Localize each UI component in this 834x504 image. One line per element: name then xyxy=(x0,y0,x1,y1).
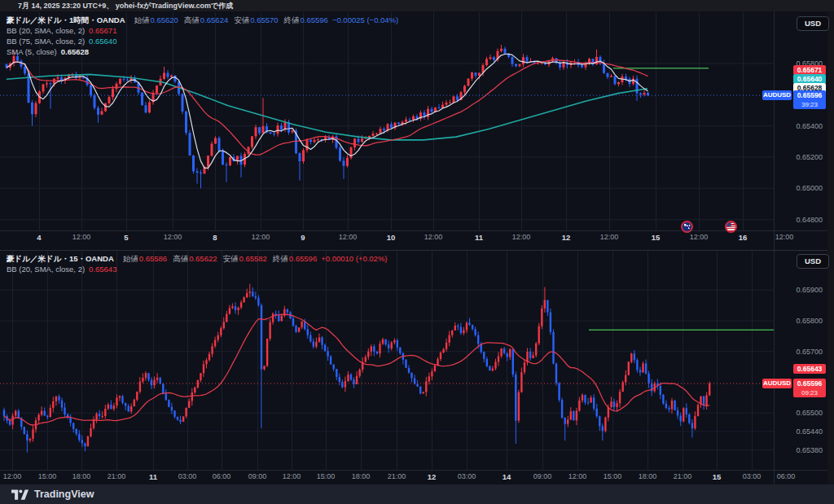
time-axis-label: 12:00 xyxy=(690,233,709,242)
time-axis-label: 15:00 xyxy=(604,472,622,481)
price-tick-label: 0.65500 xyxy=(775,409,823,417)
event-flag-au-icon[interactable] xyxy=(681,221,693,233)
indicator-value: 0.65640 xyxy=(89,37,116,46)
event-flag-us-icon[interactable] xyxy=(725,221,737,233)
change-value: +0.00010 (+0.02%) xyxy=(321,254,387,263)
time-axis-label: 03:00 xyxy=(743,472,762,481)
indicator-label: SMA (5, close) xyxy=(7,47,57,56)
indicator-value: 0.65671 xyxy=(89,26,116,35)
time-axis-label: 12 xyxy=(562,233,571,242)
price-tick-label: 0.65700 xyxy=(775,348,823,356)
price-tick-label: 0.65380 xyxy=(775,446,823,454)
time-axis-label: 12:00 xyxy=(775,233,794,242)
price-axis-border xyxy=(774,11,775,484)
symbol-price-badge: AUDUSD xyxy=(762,90,792,100)
price-axis-badge: 0.6559639:23 xyxy=(793,90,826,109)
currency-button-panel1[interactable]: USD xyxy=(797,16,829,31)
panel2-axis-border xyxy=(0,470,827,471)
symbol-info-row: 豪ドル／米ドル・15・OANDA始値0.65586高値0.65622安値0.65… xyxy=(7,253,388,264)
panel-separator[interactable] xyxy=(0,250,827,251)
indicator-row: BB (20, SMA, close, 2)0.65671 xyxy=(7,25,398,36)
currency-button-panel2[interactable]: USD xyxy=(797,254,829,269)
time-axis-label: 9 xyxy=(301,233,305,242)
time-axis-label: 03:00 xyxy=(458,472,476,481)
currency-label: USD xyxy=(805,256,821,265)
candle-countdown: 09:23 xyxy=(793,388,826,397)
time-axis-label: 12:00 xyxy=(252,233,270,242)
indicator-row: BB (75, SMA, close, 2)0.65640 xyxy=(7,36,398,46)
time-axis-label: 12:00 xyxy=(568,472,587,481)
price-tick-label: 0.65200 xyxy=(775,153,823,161)
ohlc-value: 0.65620 xyxy=(151,15,178,24)
time-axis-label: 06:00 xyxy=(777,472,796,481)
price-tick-label: 0.65440 xyxy=(775,427,823,436)
time-axis-label: 11 xyxy=(149,472,157,481)
ohlc-label: 終値 xyxy=(284,15,300,24)
time-axis-label: 16 xyxy=(739,233,748,242)
ohlc-value: 0.65596 xyxy=(289,254,317,263)
panel1-axis-border xyxy=(0,230,827,231)
indicator-label: BB (20, SMA, close, 2) xyxy=(7,26,85,35)
panel2-legend: 豪ドル／米ドル・15・OANDA始値0.65586高値0.65622安値0.65… xyxy=(7,253,388,274)
chart-canvas xyxy=(0,11,834,484)
time-axis-label: 09:00 xyxy=(248,472,267,481)
ohlc-value: 0.65586 xyxy=(139,254,167,263)
time-axis-label: 18:00 xyxy=(72,472,91,481)
price-axis-badge: 0.65643 xyxy=(793,364,826,374)
time-axis-label: 12:00 xyxy=(339,233,358,242)
time-axis-label: 12:00 xyxy=(600,233,619,242)
indicator-label: BB (20, SMA, close, 2) xyxy=(7,265,85,274)
ohlc-value: 0.65582 xyxy=(239,254,266,263)
time-axis-label: 8 xyxy=(213,233,217,242)
price-tick-label: 0.65400 xyxy=(775,122,823,130)
tradingview-wordmark[interactable]: TradingView xyxy=(34,489,94,500)
tradingview-logo-icon[interactable] xyxy=(11,489,29,500)
symbol-title: 豪ドル／米ドル・15・OANDA xyxy=(7,254,114,263)
symbol-price-badge: AUDUSD xyxy=(762,379,792,388)
time-axis-label: 21:00 xyxy=(674,472,692,481)
time-axis-label: 09:00 xyxy=(533,472,552,481)
footer-bar: TradingView xyxy=(0,484,834,504)
time-axis-label: 4 xyxy=(37,233,41,242)
time-axis-label: 15 xyxy=(652,233,661,242)
price-tick-label: 0.65900 xyxy=(775,286,823,294)
time-axis-label: 12:00 xyxy=(512,233,531,242)
price-tick-label: 0.65800 xyxy=(775,317,823,325)
ohlc-label: 始値 xyxy=(134,15,150,24)
time-axis-label: 12:00 xyxy=(3,472,22,481)
time-axis-label: 06:00 xyxy=(213,472,231,481)
ohlc-value: 0.65596 xyxy=(301,15,328,24)
right-gutter xyxy=(827,11,834,484)
price-axis-badge: 0.6559609:23 xyxy=(793,379,826,397)
price-tick-label: 0.65000 xyxy=(775,184,823,192)
ohlc-label: 高値 xyxy=(173,254,188,263)
ohlc-label: 安値 xyxy=(234,15,249,24)
time-axis-label: 12:00 xyxy=(164,233,182,242)
time-axis-label: 5 xyxy=(124,233,128,242)
time-axis-label: 12 xyxy=(428,472,437,481)
ohlc-label: 安値 xyxy=(222,254,238,263)
attribution-text: 7月 14, 2025 23:20 UTC+9、 yohei-fxがTradin… xyxy=(18,2,233,10)
ohlc-label: 始値 xyxy=(123,254,138,263)
candle-countdown: 39:23 xyxy=(793,100,826,109)
time-axis-label: 10 xyxy=(387,233,396,242)
indicator-value: 0.65643 xyxy=(89,265,116,274)
indicator-value: 0.65628 xyxy=(61,47,89,56)
time-axis-label: 15:00 xyxy=(38,472,57,481)
currency-label: USD xyxy=(805,19,821,28)
time-axis-label: 11 xyxy=(475,233,483,242)
ohlc-label: 終値 xyxy=(273,254,288,263)
time-axis-label: 15 xyxy=(713,472,722,481)
symbol-info-row: 豪ドル／米ドル・1時間・OANDA始値0.65620高値0.65624安値0.6… xyxy=(7,15,398,25)
price-tick-label: 0.64800 xyxy=(775,216,823,224)
ohlc-value: 0.65570 xyxy=(250,15,278,24)
indicator-row: BB (20, SMA, close, 2)0.65643 xyxy=(7,264,388,274)
ohlc-label: 高値 xyxy=(184,15,200,24)
ohlc-value: 0.65624 xyxy=(200,15,228,24)
time-axis-label: 18:00 xyxy=(352,472,371,481)
time-axis-label: 12:00 xyxy=(72,233,91,242)
time-axis-label: 15:00 xyxy=(317,472,336,481)
change-value: −0.00025 (−0.04%) xyxy=(332,15,398,24)
attribution-bar: 7月 14, 2025 23:20 UTC+9、 yohei-fxがTradin… xyxy=(0,0,834,11)
ohlc-value: 0.65622 xyxy=(189,254,217,263)
